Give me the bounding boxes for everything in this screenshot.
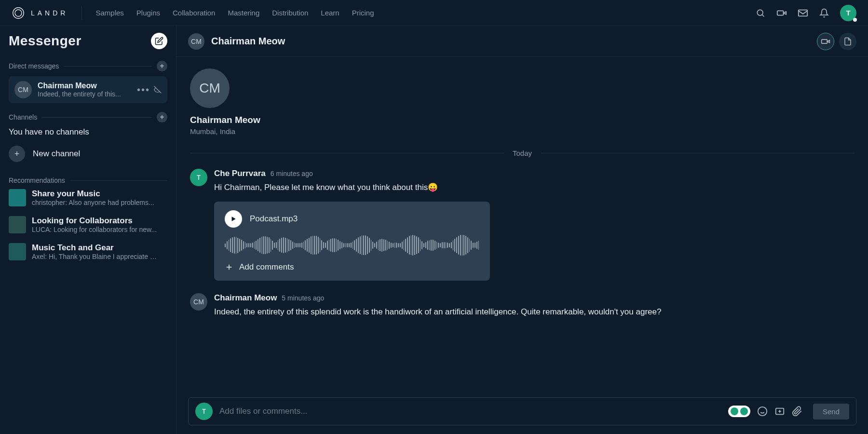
rec-title: Music Tech and Gear: [32, 243, 157, 253]
svg-point-0: [13, 7, 24, 18]
rec-thumb: [9, 216, 26, 233]
video-icon[interactable]: [776, 8, 787, 18]
message-time: 5 minutes ago: [282, 294, 324, 302]
play-button[interactable]: [225, 210, 242, 228]
message-avatar: CM: [190, 293, 207, 311]
mute-icon: [154, 86, 162, 94]
rec-item[interactable]: Looking for CollaboratorsLUCA: Looking f…: [9, 216, 167, 233]
bell-icon[interactable]: [819, 8, 829, 18]
brand[interactable]: LANDR: [12, 6, 82, 20]
composer: T Send: [188, 397, 856, 425]
message-body: Indeed, the entirety of this splendid wo…: [214, 306, 854, 318]
attachment-icon[interactable]: [792, 406, 802, 417]
dm-preview: Indeed, the entirety of this...: [38, 90, 121, 98]
chat-video-button[interactable]: [817, 33, 834, 50]
audio-attachment: Podcast.mp3 Add comments: [214, 202, 490, 281]
message-author: Che Purrvara: [214, 169, 266, 178]
nav-mastering[interactable]: Mastering: [228, 9, 259, 17]
rec-item[interactable]: Music Tech and GearAxel: Hi, Thank you B…: [9, 243, 167, 260]
top-nav: LANDR SamplesPluginsCollaborationMasteri…: [0, 0, 868, 26]
svg-line-3: [762, 14, 764, 16]
audio-filename: Podcast.mp3: [250, 214, 298, 224]
chat-file-button[interactable]: [839, 33, 856, 50]
no-channels-text: You have no channels: [9, 127, 167, 137]
chat-main: CM Chairman Meow CM Chairman Meow Mumbai…: [176, 26, 868, 434]
rec-item[interactable]: Share your Musicchristopher: Also anyone…: [9, 189, 167, 206]
dm-avatar: CM: [14, 81, 32, 98]
add-channel-button[interactable]: +: [157, 112, 167, 122]
svg-point-2: [757, 10, 763, 15]
nav-samples[interactable]: Samples: [95, 9, 123, 17]
rec-thumb: [9, 243, 26, 260]
message: T Che Purrvara6 minutes ago Hi Chairman,…: [190, 169, 854, 281]
rec-title: Looking for Collaborators: [32, 216, 157, 226]
plus-icon: +: [9, 146, 25, 162]
svg-point-1: [15, 10, 22, 16]
dm-name: Chairman Meow: [38, 81, 121, 90]
rec-sub: christopher: Also anyone had problems...: [32, 199, 154, 206]
mail-icon[interactable]: [798, 8, 808, 18]
user-avatar[interactable]: T: [840, 5, 856, 21]
emoji-icon[interactable]: [757, 406, 768, 417]
media-icon[interactable]: [774, 406, 785, 417]
logo-icon: [12, 6, 25, 20]
add-dm-button[interactable]: +: [157, 61, 167, 71]
recommendations-header: Recommendations: [9, 176, 167, 184]
nav-collaboration[interactable]: Collaboration: [173, 9, 215, 17]
add-comments-button[interactable]: Add comments: [225, 262, 479, 272]
waveform[interactable]: [225, 234, 479, 257]
chat-header-name: Chairman Meow: [211, 36, 285, 47]
more-icon[interactable]: •••: [137, 84, 150, 95]
nav-pricing[interactable]: Pricing: [352, 9, 374, 17]
message-time: 6 minutes ago: [271, 170, 313, 177]
search-icon[interactable]: [755, 8, 766, 18]
composer-input[interactable]: [219, 407, 721, 416]
grammarly-widget[interactable]: [728, 406, 750, 417]
svg-rect-6: [799, 10, 807, 16]
chat-profile: CM Chairman Meow Mumbai, India: [190, 68, 854, 136]
send-button[interactable]: Send: [813, 404, 849, 420]
dm-section-header: Direct messages +: [9, 61, 167, 71]
nav-plugins[interactable]: Plugins: [136, 9, 160, 17]
nav-distribution[interactable]: Distribution: [272, 9, 308, 17]
profile-location: Mumbai, India: [190, 127, 854, 136]
nav-links: SamplesPluginsCollaborationMasteringDist…: [95, 9, 374, 17]
dm-item[interactable]: CM Chairman Meow Indeed, the entirety of…: [9, 76, 167, 103]
date-divider: Today: [190, 149, 854, 157]
rec-sub: Axel: Hi, Thank you Blaine I appreciate …: [32, 253, 157, 260]
composer-avatar: T: [195, 403, 213, 420]
profile-name: Chairman Meow: [190, 115, 854, 125]
rec-thumb: [9, 189, 26, 206]
message-author: Chairman Meow: [214, 293, 277, 303]
new-channel-button[interactable]: + New channel: [9, 146, 167, 162]
nav-learn[interactable]: Learn: [321, 9, 339, 17]
svg-point-13: [758, 407, 767, 416]
message-avatar: T: [190, 169, 207, 186]
profile-avatar: CM: [190, 68, 230, 108]
chat-header-avatar: CM: [188, 33, 204, 50]
brand-name: LANDR: [31, 9, 68, 17]
sidebar: Messenger Direct messages + CM Chairman …: [0, 26, 176, 434]
chat-header: CM Chairman Meow: [176, 26, 868, 57]
message-body: Hi Chairman, Please let me know what you…: [214, 181, 854, 194]
channels-section-header: Channels +: [9, 112, 167, 122]
compose-button[interactable]: [151, 33, 167, 49]
rec-sub: LUCA: Looking for collaborators for new.…: [32, 226, 157, 233]
message: CM Chairman Meow5 minutes ago Indeed, th…: [190, 293, 854, 318]
rec-title: Share your Music: [32, 189, 154, 199]
sidebar-title: Messenger: [9, 33, 81, 49]
svg-marker-10: [232, 217, 236, 221]
